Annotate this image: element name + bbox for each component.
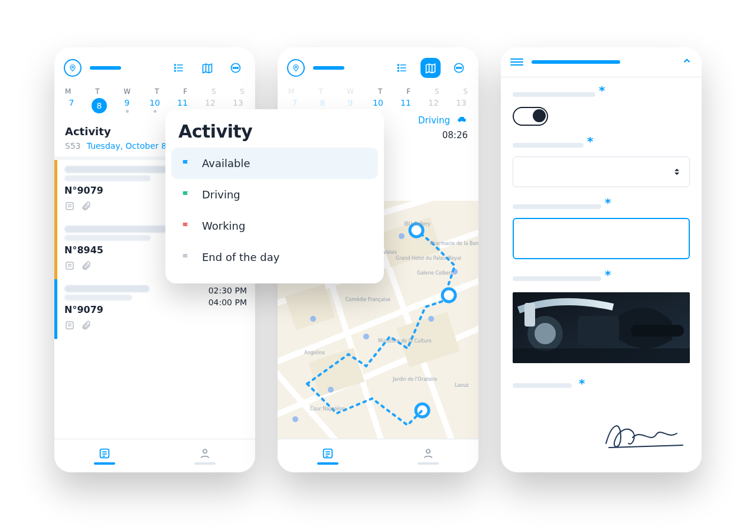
svg-point-83	[535, 323, 556, 344]
day-number[interactable]: 12	[425, 98, 442, 107]
task-item[interactable]: N°9079 02:30 PM 04:00 PM	[54, 279, 255, 339]
map-view-icon[interactable]	[197, 58, 217, 78]
field-label	[513, 143, 584, 148]
svg-point-57	[328, 387, 334, 393]
blurred-text	[64, 295, 132, 301]
flag-icon	[181, 221, 191, 231]
blurred-text	[64, 285, 149, 292]
tab-schedule[interactable]	[94, 447, 115, 465]
option-label: Driving	[202, 188, 240, 201]
screen-title-placeholder	[532, 60, 620, 64]
flag-icon	[181, 158, 191, 169]
weekday-label: F	[183, 87, 187, 96]
svg-text:Angelina: Angelina	[304, 350, 325, 355]
svg-point-12	[237, 67, 238, 68]
activity-option[interactable]: End of the day	[171, 241, 378, 273]
weekday-label: T	[95, 87, 99, 96]
tab-profile[interactable]	[194, 447, 216, 465]
required-asterisk: *	[605, 195, 611, 210]
select-input[interactable]	[513, 156, 690, 187]
svg-point-27	[295, 66, 297, 68]
required-asterisk: *	[587, 134, 593, 148]
svg-point-78	[426, 449, 430, 453]
svg-point-61	[442, 289, 455, 302]
weekday-label: T	[318, 87, 322, 96]
svg-point-26	[203, 449, 207, 453]
svg-point-10	[233, 67, 234, 68]
svg-point-58	[292, 416, 298, 422]
note-icon	[64, 260, 75, 273]
task-end-time: 04:00 PM	[208, 297, 247, 309]
svg-point-38	[458, 67, 460, 68]
list-view-icon[interactable]	[169, 58, 189, 78]
list-view-icon[interactable]	[392, 58, 412, 78]
activity-option[interactable]: Driving	[171, 179, 378, 210]
activity-option[interactable]: Available	[171, 148, 378, 179]
svg-point-39	[460, 67, 461, 68]
tab-profile[interactable]	[418, 447, 439, 465]
week-number: S53	[65, 141, 81, 151]
menu-icon[interactable]	[510, 58, 523, 66]
day-number[interactable]: 10	[146, 98, 164, 113]
location-icon[interactable]	[287, 59, 305, 77]
blurred-text	[64, 175, 151, 181]
required-asterisk: *	[605, 267, 611, 282]
option-label: End of the day	[202, 251, 279, 263]
flag-icon	[181, 190, 191, 200]
option-label: Working	[202, 220, 245, 232]
weekday-label: S	[463, 87, 468, 96]
day-number[interactable]: 7	[63, 98, 80, 113]
blurred-text	[64, 226, 172, 233]
day-number[interactable]: 11	[397, 98, 415, 107]
map-view-icon[interactable]	[421, 58, 441, 78]
day-number[interactable]: 8	[314, 98, 331, 107]
svg-point-30	[397, 67, 399, 68]
image-attachment[interactable]	[513, 292, 690, 363]
svg-point-37	[457, 67, 458, 68]
task-number: N°9079	[64, 304, 206, 315]
day-number[interactable]: 9	[118, 98, 136, 113]
svg-text:Cour Napoléon: Cour Napoléon	[310, 406, 345, 412]
weekday-label: T	[378, 87, 382, 96]
svg-text:Grand Hotel du Palais Royal: Grand Hotel du Palais Royal	[396, 256, 461, 261]
screen-title-placeholder	[313, 66, 344, 70]
day-number[interactable]: 8	[90, 98, 108, 113]
svg-point-32	[397, 70, 399, 71]
more-icon[interactable]	[226, 58, 246, 78]
svg-marker-80	[674, 172, 679, 175]
field-label	[513, 204, 601, 209]
current-date: Tuesday, October 8	[87, 141, 167, 151]
activity-option[interactable]: Working	[171, 210, 378, 241]
screen-title-placeholder	[90, 66, 121, 70]
svg-point-5	[174, 70, 175, 71]
required-asterisk: *	[599, 83, 605, 97]
field-label	[513, 92, 595, 97]
textarea-input[interactable]	[513, 218, 690, 259]
svg-text:Ministère de la Culture: Ministère de la Culture	[378, 338, 432, 344]
chevron-up-icon[interactable]	[682, 56, 692, 68]
toggle-switch[interactable]	[513, 107, 548, 126]
day-number[interactable]: 9	[341, 98, 359, 107]
signature-preview[interactable]	[600, 417, 689, 456]
attachment-icon	[81, 201, 92, 214]
day-number[interactable]: 13	[452, 98, 470, 107]
flag-icon	[181, 252, 191, 263]
more-icon[interactable]	[449, 58, 469, 78]
svg-rect-85	[631, 325, 684, 337]
task-start-time: 02:30 PM	[208, 285, 247, 297]
day-number[interactable]: 7	[286, 98, 304, 107]
weekday-label: S	[211, 87, 216, 96]
weekday-label: T	[155, 87, 159, 96]
popover-title: Activity	[178, 121, 371, 142]
required-asterisk: *	[579, 376, 585, 390]
day-number[interactable]: 10	[369, 98, 387, 107]
field-label	[513, 276, 601, 281]
svg-point-0	[72, 66, 74, 68]
svg-text:Pharmacie de la Banque: Pharmacie de la Banque	[430, 241, 478, 246]
car-icon	[456, 115, 468, 126]
location-icon[interactable]	[64, 59, 82, 77]
svg-point-3	[174, 67, 175, 68]
tab-schedule[interactable]	[317, 447, 338, 465]
attachment-icon	[81, 260, 92, 273]
weekday-label: M	[288, 87, 294, 96]
